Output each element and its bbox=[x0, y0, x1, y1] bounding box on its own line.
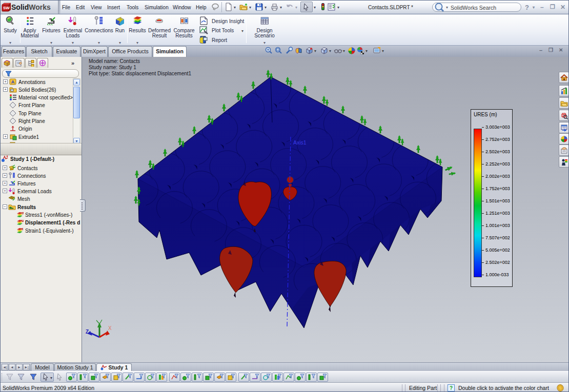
svg-text:X: X bbox=[108, 325, 112, 331]
svg-text:Axis1: Axis1 bbox=[293, 139, 307, 146]
svg-text:Z: Z bbox=[86, 329, 89, 335]
svg-text:SW: SW bbox=[3, 6, 10, 10]
svg-text:u: u bbox=[22, 219, 24, 223]
svg-text:σ: σ bbox=[22, 211, 24, 215]
svg-text:A: A bbox=[11, 79, 15, 85]
svg-text:ε: ε bbox=[22, 227, 24, 231]
